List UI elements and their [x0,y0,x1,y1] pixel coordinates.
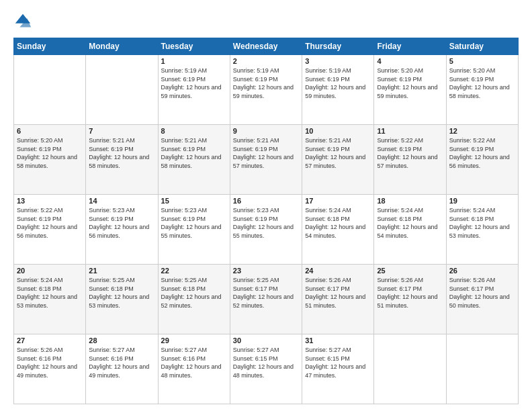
day-info: Sunrise: 5:19 AM Sunset: 6:19 PM Dayligh… [233,66,299,100]
day-info: Sunrise: 5:19 AM Sunset: 6:19 PM Dayligh… [305,66,371,100]
calendar-header-friday: Friday [374,38,446,55]
calendar-table: SundayMondayTuesdayWednesdayThursdayFrid… [13,38,519,404]
day-info: Sunrise: 5:23 AM Sunset: 6:19 PM Dayligh… [233,206,299,240]
day-number: 14 [89,197,154,205]
day-info: Sunrise: 5:25 AM Sunset: 6:18 PM Dayligh… [89,276,154,310]
calendar-cell: 15Sunrise: 5:23 AM Sunset: 6:19 PM Dayli… [158,195,230,265]
day-info: Sunrise: 5:20 AM Sunset: 6:19 PM Dayligh… [449,66,515,100]
day-info: Sunrise: 5:21 AM Sunset: 6:19 PM Dayligh… [89,136,154,170]
day-info: Sunrise: 5:25 AM Sunset: 6:18 PM Dayligh… [161,276,227,310]
day-info: Sunrise: 5:23 AM Sunset: 6:19 PM Dayligh… [89,206,154,240]
day-number: 13 [17,197,83,205]
calendar-cell: 28Sunrise: 5:27 AM Sunset: 6:16 PM Dayli… [86,334,158,404]
day-info: Sunrise: 5:22 AM Sunset: 6:19 PM Dayligh… [17,206,83,240]
calendar-cell: 12Sunrise: 5:22 AM Sunset: 6:19 PM Dayli… [446,125,518,195]
day-number: 26 [449,267,515,275]
day-number: 25 [377,267,443,275]
day-info: Sunrise: 5:24 AM Sunset: 6:18 PM Dayligh… [305,206,371,240]
day-number: 5 [449,57,515,65]
day-number: 8 [161,127,227,135]
calendar-cell: 2Sunrise: 5:19 AM Sunset: 6:19 PM Daylig… [230,55,302,125]
day-number: 21 [89,267,154,275]
day-number: 27 [17,336,83,345]
day-number: 9 [233,127,299,135]
calendar-week-row: 27Sunrise: 5:26 AM Sunset: 6:16 PM Dayli… [14,334,519,404]
day-number: 4 [377,57,443,65]
calendar-week-row: 6Sunrise: 5:20 AM Sunset: 6:19 PM Daylig… [14,125,519,195]
day-info: Sunrise: 5:20 AM Sunset: 6:19 PM Dayligh… [377,66,443,100]
day-info: Sunrise: 5:26 AM Sunset: 6:17 PM Dayligh… [305,276,371,310]
calendar-cell: 27Sunrise: 5:26 AM Sunset: 6:16 PM Dayli… [14,334,86,404]
header [13,12,519,31]
day-info: Sunrise: 5:21 AM Sunset: 6:19 PM Dayligh… [233,136,299,170]
day-number: 20 [17,267,83,275]
day-info: Sunrise: 5:27 AM Sunset: 6:15 PM Dayligh… [233,346,299,379]
day-number: 6 [17,127,83,135]
calendar-header-monday: Monday [86,38,158,55]
calendar-cell [86,55,158,125]
calendar-cell: 18Sunrise: 5:24 AM Sunset: 6:18 PM Dayli… [374,195,446,265]
day-info: Sunrise: 5:24 AM Sunset: 6:18 PM Dayligh… [377,206,443,240]
calendar-header-row: SundayMondayTuesdayWednesdayThursdayFrid… [14,38,519,55]
day-info: Sunrise: 5:22 AM Sunset: 6:19 PM Dayligh… [449,136,515,170]
calendar-cell: 31Sunrise: 5:27 AM Sunset: 6:15 PM Dayli… [302,334,374,404]
calendar-cell: 9Sunrise: 5:21 AM Sunset: 6:19 PM Daylig… [230,125,302,195]
calendar-cell: 13Sunrise: 5:22 AM Sunset: 6:19 PM Dayli… [14,195,86,265]
calendar-week-row: 1Sunrise: 5:19 AM Sunset: 6:19 PM Daylig… [14,55,519,125]
day-info: Sunrise: 5:27 AM Sunset: 6:16 PM Dayligh… [161,346,227,379]
day-info: Sunrise: 5:27 AM Sunset: 6:16 PM Dayligh… [89,346,154,379]
page: SundayMondayTuesdayWednesdayThursdayFrid… [0,0,532,411]
day-number: 23 [233,267,299,275]
day-number: 11 [377,127,443,135]
calendar-cell: 4Sunrise: 5:20 AM Sunset: 6:19 PM Daylig… [374,55,446,125]
day-info: Sunrise: 5:20 AM Sunset: 6:19 PM Dayligh… [17,136,83,170]
calendar-cell: 5Sunrise: 5:20 AM Sunset: 6:19 PM Daylig… [446,55,518,125]
calendar-cell: 29Sunrise: 5:27 AM Sunset: 6:16 PM Dayli… [158,334,230,404]
calendar-cell [446,334,518,404]
day-info: Sunrise: 5:26 AM Sunset: 6:16 PM Dayligh… [17,346,83,379]
day-number: 17 [305,197,371,205]
day-number: 15 [161,197,227,205]
day-number: 22 [161,267,227,275]
day-info: Sunrise: 5:23 AM Sunset: 6:19 PM Dayligh… [161,206,227,240]
day-info: Sunrise: 5:24 AM Sunset: 6:18 PM Dayligh… [17,276,83,310]
calendar-cell: 10Sunrise: 5:21 AM Sunset: 6:19 PM Dayli… [302,125,374,195]
day-info: Sunrise: 5:26 AM Sunset: 6:17 PM Dayligh… [449,276,515,310]
calendar-cell: 20Sunrise: 5:24 AM Sunset: 6:18 PM Dayli… [14,265,86,334]
calendar-cell: 21Sunrise: 5:25 AM Sunset: 6:18 PM Dayli… [86,265,158,334]
day-number: 7 [89,127,154,135]
day-number: 19 [449,197,515,205]
day-number: 10 [305,127,371,135]
calendar-header-tuesday: Tuesday [158,38,230,55]
day-number: 24 [305,267,371,275]
calendar-cell [14,55,86,125]
day-number: 31 [305,336,371,345]
day-number: 12 [449,127,515,135]
calendar-cell: 26Sunrise: 5:26 AM Sunset: 6:17 PM Dayli… [446,265,518,334]
calendar-cell: 1Sunrise: 5:19 AM Sunset: 6:19 PM Daylig… [158,55,230,125]
day-info: Sunrise: 5:19 AM Sunset: 6:19 PM Dayligh… [161,66,227,100]
day-info: Sunrise: 5:21 AM Sunset: 6:19 PM Dayligh… [305,136,371,170]
calendar-header-wednesday: Wednesday [230,38,302,55]
logo-icon [13,12,32,31]
calendar-cell: 17Sunrise: 5:24 AM Sunset: 6:18 PM Dayli… [302,195,374,265]
day-info: Sunrise: 5:21 AM Sunset: 6:19 PM Dayligh… [161,136,227,170]
day-number: 28 [89,336,154,345]
day-number: 30 [233,336,299,345]
calendar-cell: 8Sunrise: 5:21 AM Sunset: 6:19 PM Daylig… [158,125,230,195]
calendar-header-thursday: Thursday [302,38,374,55]
calendar-cell: 11Sunrise: 5:22 AM Sunset: 6:19 PM Dayli… [374,125,446,195]
day-info: Sunrise: 5:24 AM Sunset: 6:18 PM Dayligh… [449,206,515,240]
day-number: 16 [233,197,299,205]
day-info: Sunrise: 5:25 AM Sunset: 6:17 PM Dayligh… [233,276,299,310]
calendar-cell: 7Sunrise: 5:21 AM Sunset: 6:19 PM Daylig… [86,125,158,195]
calendar-week-row: 13Sunrise: 5:22 AM Sunset: 6:19 PM Dayli… [14,195,519,265]
calendar-header-saturday: Saturday [446,38,518,55]
calendar-cell: 19Sunrise: 5:24 AM Sunset: 6:18 PM Dayli… [446,195,518,265]
day-number: 2 [233,57,299,65]
calendar-cell: 14Sunrise: 5:23 AM Sunset: 6:19 PM Dayli… [86,195,158,265]
day-number: 1 [161,57,227,65]
calendar-week-row: 20Sunrise: 5:24 AM Sunset: 6:18 PM Dayli… [14,265,519,334]
day-number: 18 [377,197,443,205]
calendar-cell: 3Sunrise: 5:19 AM Sunset: 6:19 PM Daylig… [302,55,374,125]
